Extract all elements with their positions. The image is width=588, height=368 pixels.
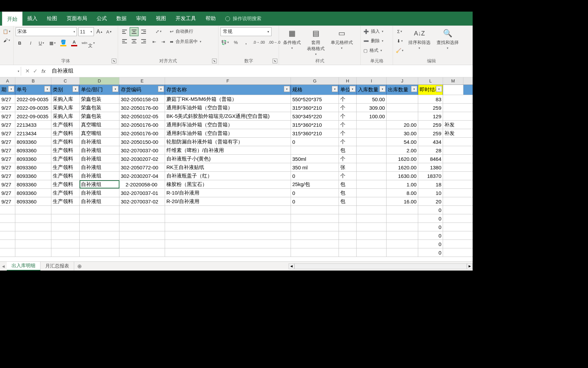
phonetic-button[interactable]: wén文▾ xyxy=(81,39,96,47)
align-bottom-center[interactable] xyxy=(130,37,138,46)
cell[interactable]: 259 xyxy=(418,121,443,129)
cell[interactable]: 8464 xyxy=(418,155,443,163)
cell[interactable] xyxy=(119,206,165,214)
cell[interactable]: 9/27 xyxy=(0,104,15,112)
font-size-combo[interactable]: 11▾ xyxy=(78,27,94,36)
cell[interactable]: 蘑菇丁RK-M5/M6外箱（普箱） xyxy=(165,95,291,103)
cell[interactable] xyxy=(357,155,387,163)
cell[interactable]: 橡胶粉（黑宝石） xyxy=(165,180,291,188)
cell[interactable]: 自补液瓶子小(黄色) xyxy=(165,155,291,163)
cell[interactable]: 采购入库 xyxy=(51,95,80,103)
cell[interactable]: 9/27 xyxy=(0,197,15,205)
cell[interactable]: 302-2030207-04 xyxy=(119,172,165,180)
cell[interactable]: 315*360*210 xyxy=(291,121,339,129)
cell[interactable]: 9/27 xyxy=(0,163,15,171)
cell[interactable] xyxy=(387,223,418,231)
cell[interactable] xyxy=(443,104,463,112)
increase-indent-button[interactable]: ⇥ xyxy=(159,37,167,46)
cell[interactable]: 生产领料 xyxy=(51,121,80,129)
cell[interactable] xyxy=(165,231,291,240)
col-header[interactable]: J xyxy=(387,77,418,85)
cell[interactable]: 个 xyxy=(339,95,357,103)
bold-button[interactable]: B xyxy=(16,39,24,47)
cell[interactable]: 259 xyxy=(418,129,443,137)
cell[interactable] xyxy=(51,214,80,223)
cell[interactable]: 83 xyxy=(418,95,443,103)
cell[interactable] xyxy=(291,146,339,154)
enter-icon[interactable]: ✓ xyxy=(33,68,37,74)
cell[interactable] xyxy=(357,197,387,205)
cell[interactable]: 350 ml xyxy=(291,163,339,171)
cell[interactable]: R-20/自补液用 xyxy=(165,197,291,205)
cell[interactable]: 2213433 xyxy=(15,121,51,129)
cell[interactable]: 8093360 xyxy=(15,146,51,154)
cell[interactable]: 302-2050772-00 xyxy=(119,163,165,171)
cell[interactable]: 生产领料 xyxy=(51,172,80,180)
cell[interactable] xyxy=(443,248,463,257)
cell[interactable]: 轮胎防漏自补液外箱（普箱有字） xyxy=(165,138,291,146)
cell[interactable] xyxy=(15,214,51,223)
cell[interactable] xyxy=(443,112,463,120)
cell[interactable]: 真空嘴组 xyxy=(80,121,119,129)
percent-button[interactable]: % xyxy=(232,38,240,46)
border-button[interactable]: ▦▾ xyxy=(48,39,56,47)
cell[interactable]: 自补液组▼ xyxy=(80,180,119,188)
cell[interactable]: 8.00 xyxy=(387,189,418,197)
cell[interactable]: 302-2070037-02 xyxy=(119,197,165,205)
cell[interactable]: 16.00 xyxy=(387,197,418,205)
cell[interactable] xyxy=(357,138,387,146)
col-header[interactable]: I xyxy=(357,77,387,85)
cell[interactable] xyxy=(387,206,418,214)
sheet-tab[interactable]: 出入库明细 xyxy=(7,262,40,271)
horizontal-scrollbar[interactable]: ◀ ▶ xyxy=(289,262,473,271)
cell[interactable] xyxy=(339,240,357,248)
tab-formulas[interactable]: 公式 xyxy=(92,15,112,22)
cell[interactable] xyxy=(357,206,387,214)
cell[interactable]: 259 xyxy=(418,104,443,112)
cell[interactable] xyxy=(443,172,463,180)
tab-developer[interactable]: 开发工具 xyxy=(171,15,201,22)
worksheet-grid[interactable]: A B C D E F G H I J L M 期▾ 单号▾ 类别▾ 单位/部门… xyxy=(0,77,473,257)
col-header[interactable]: A xyxy=(0,77,15,85)
tab-view[interactable]: 视图 xyxy=(151,15,171,22)
filter-icon[interactable]: ▾ xyxy=(158,86,164,92)
cell[interactable]: 302-2070037-01 xyxy=(119,189,165,197)
wrap-text-button[interactable]: ↩ 自动换行 xyxy=(169,27,216,35)
align-top-right[interactable] xyxy=(139,27,148,36)
cell[interactable] xyxy=(0,223,15,231)
cell[interactable]: 自补液组 xyxy=(80,163,119,171)
cell[interactable]: 自补液瓶盖子（红） xyxy=(165,172,291,180)
cell[interactable]: 2022-09-0035 xyxy=(15,104,51,112)
cell[interactable] xyxy=(339,223,357,231)
header-cell[interactable]: 出库数量▾ xyxy=(387,85,418,95)
col-header[interactable]: E xyxy=(119,77,165,85)
cell[interactable] xyxy=(0,206,15,214)
filter-icon[interactable]: ▾ xyxy=(411,86,417,92)
cell[interactable]: 0 xyxy=(418,248,443,257)
cell[interactable]: 2022-09-0035 xyxy=(15,95,51,103)
filter-icon[interactable]: ▾ xyxy=(436,86,442,92)
add-sheet-button[interactable]: ⊕ xyxy=(74,262,84,271)
cell[interactable]: 采购入库 xyxy=(51,104,80,112)
cancel-icon[interactable]: ✕ xyxy=(25,68,30,74)
underline-button[interactable]: U▾ xyxy=(37,39,46,47)
cell[interactable]: 生产领料 xyxy=(51,138,80,146)
cell[interactable]: 自补液组 xyxy=(80,146,119,154)
cell[interactable]: 18370 xyxy=(418,172,443,180)
header-cell[interactable]: 即时结存▾ xyxy=(418,85,443,95)
cell[interactable] xyxy=(15,240,51,248)
cell[interactable]: 1380 xyxy=(418,163,443,171)
cell[interactable] xyxy=(443,138,463,146)
cell[interactable]: 9/27 xyxy=(0,112,15,120)
filter-icon[interactable]: ▾ xyxy=(112,86,118,92)
cell[interactable]: 补发 xyxy=(443,129,463,137)
cell[interactable]: 302-2070037-00 xyxy=(119,146,165,154)
header-cell[interactable]: 期▾ xyxy=(0,85,15,95)
font-color-button[interactable]: A xyxy=(70,39,78,47)
cell[interactable] xyxy=(387,231,418,240)
cell[interactable]: 8093360 xyxy=(15,197,51,205)
cell[interactable] xyxy=(443,146,463,154)
increase-font-icon[interactable]: A▴ xyxy=(95,28,103,36)
cell[interactable]: 10 xyxy=(418,189,443,197)
cell[interactable] xyxy=(80,214,119,223)
